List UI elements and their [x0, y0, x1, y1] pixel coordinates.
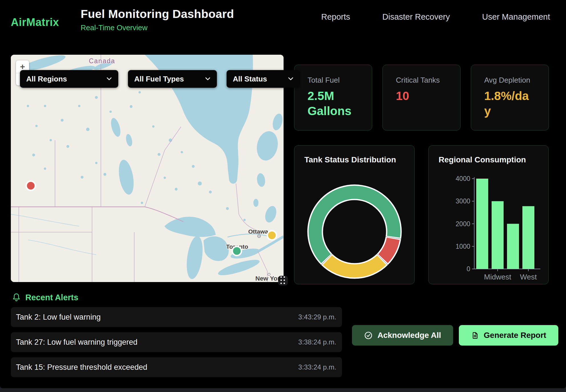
alert-timestamp: 3:43:29 p.m.: [298, 313, 336, 321]
status-filter-value: All Status: [233, 75, 267, 83]
fuel-type-filter-dropdown[interactable]: All Fuel Types: [128, 70, 217, 88]
map-svg: Canada Ottawa Toronto New York: [11, 55, 284, 282]
alert-message: Tank 15: Pressure threshold exceeded: [16, 363, 147, 372]
header: AirMatrix Fuel Monitoring Dashboard Real…: [0, 0, 566, 38]
generate-report-button[interactable]: Generate Report: [459, 325, 558, 346]
alerts-header: Recent Alerts: [12, 293, 78, 302]
svg-text:3000: 3000: [456, 197, 470, 205]
label-canada: Canada: [89, 57, 115, 65]
marker-tank-critical[interactable]: [26, 181, 35, 190]
stat-cards: Total Fuel 2.5M Gallons Critical Tanks 1…: [294, 65, 549, 130]
bell-icon: [12, 293, 21, 302]
map-filters: All Regions All Fuel Types All Status: [20, 70, 300, 88]
nav-reports[interactable]: Reports: [321, 12, 350, 22]
stat-card-total-fuel: Total Fuel 2.5M Gallons: [294, 65, 372, 130]
alert-row[interactable]: Tank 2: Low fuel warning 3:43:29 p.m.: [11, 307, 342, 327]
alerts-title: Recent Alerts: [25, 293, 78, 302]
main-nav: Reports Disaster Recovery User Managemen…: [321, 0, 550, 34]
alert-message: Tank 27: Low fuel warning triggered: [16, 338, 137, 347]
donut-chart-title: Tank Status Distribution: [304, 155, 396, 164]
region-filter-value: All Regions: [26, 75, 67, 83]
stat-card-critical-tanks: Critical Tanks 10: [382, 65, 461, 130]
svg-text:Midwest: Midwest: [484, 273, 511, 281]
svg-text:0: 0: [467, 265, 470, 273]
svg-text:2000: 2000: [456, 220, 470, 228]
check-circle-icon: [364, 331, 373, 340]
bar-chart-title: Regional Consumption: [439, 155, 526, 164]
app-logo[interactable]: AirMatrix: [11, 16, 59, 28]
svg-text:1000: 1000: [456, 243, 470, 250]
tank-status-donut-chart: [294, 146, 415, 285]
content-bottom-rounding: [0, 386, 566, 388]
acknowledge-all-label: Acknowledge All: [377, 331, 441, 340]
map-resize-handle[interactable]: [278, 276, 288, 285]
chevron-down-icon: [106, 77, 112, 81]
fuel-type-filter-value: All Fuel Types: [134, 75, 184, 83]
acknowledge-all-button[interactable]: Acknowledge All: [352, 325, 453, 346]
page-title: Fuel Monitoring Dashboard: [81, 7, 234, 21]
svg-text:West: West: [520, 273, 537, 281]
chevron-down-icon: [288, 77, 294, 81]
map-canvas[interactable]: Canada Ottawa Toronto New York: [11, 55, 284, 282]
alert-timestamp: 3:38:24 p.m.: [298, 338, 336, 346]
stat-value: 1.8%/day: [484, 89, 534, 119]
stat-card-avg-depletion: Avg Depletion 1.8%/day: [471, 65, 549, 130]
stat-value: 2.5M Gallons: [308, 89, 357, 119]
map-panel: Canada Ottawa Toronto New York + − All R…: [11, 55, 284, 282]
page-subtitle: Real-Time Overview: [81, 23, 234, 32]
fuel-monitoring-dashboard: AirMatrix Fuel Monitoring Dashboard Real…: [0, 0, 566, 392]
stat-label: Critical Tanks: [396, 76, 460, 85]
region-filter-dropdown[interactable]: All Regions: [20, 70, 118, 88]
marker-tank-normal[interactable]: [232, 246, 241, 256]
tank-status-card: Tank Status Distribution: [294, 145, 415, 284]
alert-timestamp: 3:33:24 p.m.: [298, 363, 336, 371]
generate-report-label: Generate Report: [484, 331, 546, 340]
nav-disaster-recovery[interactable]: Disaster Recovery: [382, 12, 450, 22]
stat-label: Avg Depletion: [484, 76, 549, 85]
regional-consumption-bar-chart: 01000200030004000MidwestWest: [429, 146, 549, 285]
document-icon: [471, 331, 479, 340]
svg-text:4000: 4000: [456, 175, 470, 182]
alert-row[interactable]: Tank 15: Pressure threshold exceeded 3:3…: [11, 357, 342, 377]
marker-tank-warning[interactable]: [267, 231, 276, 240]
stat-label: Total Fuel: [308, 76, 372, 85]
nav-user-management[interactable]: User Management: [482, 12, 550, 22]
title-block: Fuel Monitoring Dashboard Real-Time Over…: [81, 7, 234, 32]
label-ottawa: Ottawa: [248, 228, 268, 235]
alert-row[interactable]: Tank 27: Low fuel warning triggered 3:38…: [11, 332, 342, 352]
stat-value: 10: [396, 89, 446, 104]
status-filter-dropdown[interactable]: All Status: [227, 70, 300, 88]
chevron-down-icon: [205, 77, 211, 81]
alert-message: Tank 2: Low fuel warning: [16, 313, 101, 322]
regional-consumption-card: Regional Consumption 01000200030004000Mi…: [428, 145, 549, 284]
